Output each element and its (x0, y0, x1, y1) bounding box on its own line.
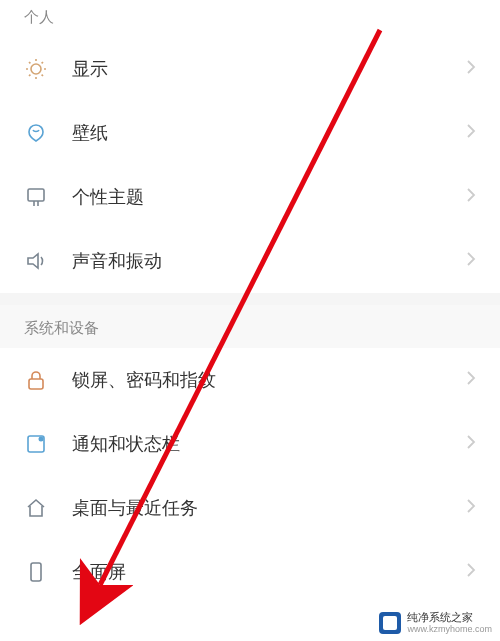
svg-line-7 (29, 75, 30, 76)
chevron-right-icon (466, 498, 476, 518)
watermark-url: www.kzmyhome.com (407, 624, 492, 635)
section-divider (0, 293, 500, 305)
svg-line-8 (42, 62, 43, 63)
settings-item-notif[interactable]: 通知和状态栏 (0, 412, 500, 476)
chevron-right-icon (466, 251, 476, 271)
lock-icon (24, 368, 58, 392)
svg-rect-9 (28, 189, 44, 201)
settings-item-home[interactable]: 桌面与最近任务 (0, 476, 500, 540)
settings-item-sound[interactable]: 声音和振动 (0, 229, 500, 293)
svg-point-14 (39, 437, 44, 442)
settings-item-label: 声音和振动 (72, 249, 466, 273)
settings-item-label: 通知和状态栏 (72, 432, 466, 456)
home-icon (24, 496, 58, 520)
display-icon (24, 57, 58, 81)
chevron-right-icon (466, 59, 476, 79)
notification-icon (24, 432, 58, 456)
settings-item-label: 显示 (72, 57, 466, 81)
wallpaper-icon (24, 121, 58, 145)
svg-line-5 (29, 62, 30, 63)
section-header-system: 系统和设备 (0, 305, 500, 348)
chevron-right-icon (466, 370, 476, 390)
settings-item-display[interactable]: 显示 (0, 37, 500, 101)
settings-item-label: 个性主题 (72, 185, 466, 209)
settings-item-label: 壁纸 (72, 121, 466, 145)
svg-rect-12 (29, 379, 43, 389)
sound-icon (24, 249, 58, 273)
settings-item-wallpaper[interactable]: 壁纸 (0, 101, 500, 165)
settings-item-fullscreen[interactable]: 全面屏 (0, 540, 500, 604)
section-header-personal: 个人 (0, 0, 500, 37)
watermark-title: 纯净系统之家 (407, 611, 492, 624)
settings-item-theme[interactable]: 个性主题 (0, 165, 500, 229)
settings-item-label: 全面屏 (72, 560, 466, 584)
section-header-label: 个人 (24, 8, 54, 25)
svg-line-6 (42, 75, 43, 76)
theme-icon (24, 185, 58, 209)
settings-item-lock[interactable]: 锁屏、密码和指纹 (0, 348, 500, 412)
watermark-logo-icon (379, 612, 401, 634)
settings-item-label: 桌面与最近任务 (72, 496, 466, 520)
chevron-right-icon (466, 123, 476, 143)
fullscreen-icon (24, 560, 58, 584)
chevron-right-icon (466, 434, 476, 454)
settings-item-label: 锁屏、密码和指纹 (72, 368, 466, 392)
chevron-right-icon (466, 562, 476, 582)
svg-point-0 (31, 64, 41, 74)
svg-rect-15 (31, 563, 41, 581)
section-header-label: 系统和设备 (24, 319, 99, 336)
chevron-right-icon (466, 187, 476, 207)
watermark: 纯净系统之家 www.kzmyhome.com (379, 611, 492, 635)
